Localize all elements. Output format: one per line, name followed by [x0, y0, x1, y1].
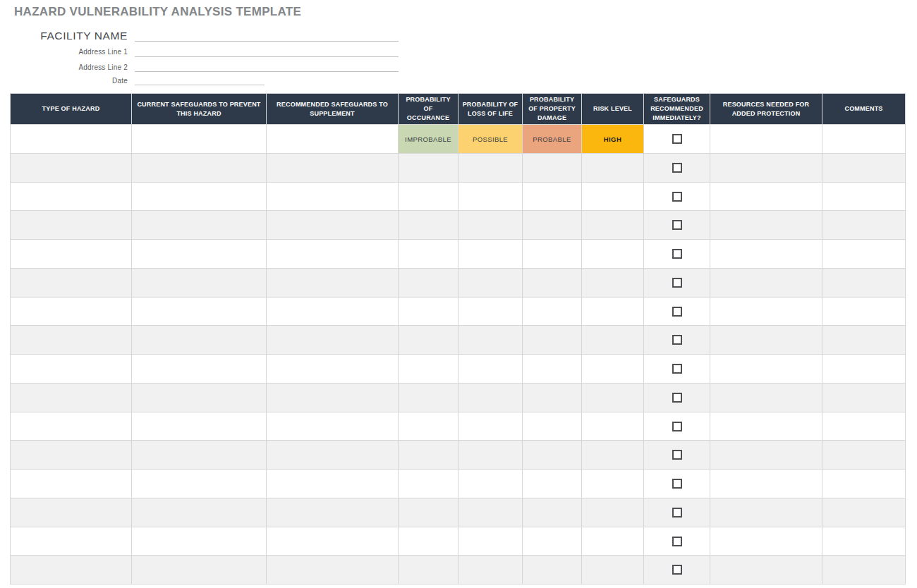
cell-probability-of-occurance[interactable]: [399, 211, 458, 240]
cell-probability-of-loss-of-life[interactable]: [458, 527, 523, 556]
cell-comments[interactable]: [822, 498, 906, 527]
cell-safeguards-recommended-immediately[interactable]: [644, 240, 710, 269]
cell-current-safeguards[interactable]: [132, 125, 267, 154]
cell-current-safeguards[interactable]: [132, 498, 267, 527]
cell-type-of-hazard[interactable]: [11, 412, 132, 441]
cell-type-of-hazard[interactable]: [11, 153, 132, 182]
cell-probability-of-property-damage[interactable]: [523, 211, 582, 240]
cell-safeguards-recommended-immediately[interactable]: [644, 527, 710, 556]
cell-probability-of-occurance[interactable]: [399, 383, 458, 412]
cell-comments[interactable]: [822, 470, 906, 498]
cell-probability-of-occurance[interactable]: [399, 355, 458, 384]
cell-comments[interactable]: [822, 556, 906, 584]
cell-probability-of-loss-of-life[interactable]: [458, 498, 523, 527]
cell-safeguards-recommended-immediately[interactable]: [644, 125, 710, 154]
cell-current-safeguards[interactable]: [132, 527, 267, 556]
cell-current-safeguards[interactable]: [132, 556, 267, 584]
cell-probability-of-property-damage[interactable]: [523, 412, 582, 441]
cell-risk-level[interactable]: [582, 470, 644, 498]
safeguards-checkbox[interactable]: [672, 479, 682, 489]
cell-risk-level[interactable]: [582, 297, 644, 326]
cell-risk-level[interactable]: [582, 240, 644, 269]
cell-type-of-hazard[interactable]: [11, 125, 132, 154]
cell-resources-needed[interactable]: [710, 211, 822, 240]
cell-type-of-hazard[interactable]: [11, 470, 132, 498]
cell-probability-of-property-damage[interactable]: [523, 297, 582, 326]
cell-current-safeguards[interactable]: [132, 182, 267, 211]
safeguards-checkbox[interactable]: [672, 134, 682, 144]
address-line-1-input[interactable]: [135, 56, 399, 57]
cell-probability-of-loss-of-life[interactable]: [458, 383, 523, 412]
cell-comments[interactable]: [822, 383, 906, 412]
cell-current-safeguards[interactable]: [132, 470, 267, 498]
cell-probability-of-loss-of-life[interactable]: [458, 556, 523, 584]
cell-safeguards-recommended-immediately[interactable]: [644, 211, 710, 240]
cell-safeguards-recommended-immediately[interactable]: [644, 297, 710, 326]
cell-probability-of-property-damage[interactable]: [523, 240, 582, 269]
cell-resources-needed[interactable]: [710, 326, 822, 355]
safeguards-checkbox[interactable]: [672, 220, 682, 230]
cell-probability-of-loss-of-life[interactable]: [458, 182, 523, 211]
cell-recommended-safeguards[interactable]: [267, 498, 399, 527]
cell-comments[interactable]: [822, 240, 906, 269]
cell-risk-level[interactable]: [582, 153, 644, 182]
cell-probability-of-occurance[interactable]: [399, 498, 458, 527]
cell-current-safeguards[interactable]: [132, 383, 267, 412]
cell-resources-needed[interactable]: [710, 355, 822, 384]
cell-probability-of-property-damage[interactable]: [523, 498, 582, 527]
cell-type-of-hazard[interactable]: [11, 383, 132, 412]
cell-risk-level[interactable]: [582, 498, 644, 527]
cell-recommended-safeguards[interactable]: [267, 441, 399, 470]
cell-current-safeguards[interactable]: [132, 268, 267, 297]
cell-probability-of-loss-of-life[interactable]: [458, 211, 523, 240]
cell-type-of-hazard[interactable]: [11, 441, 132, 470]
cell-type-of-hazard[interactable]: [11, 355, 132, 384]
cell-probability-of-property-damage[interactable]: [523, 441, 582, 470]
cell-probability-of-loss-of-life[interactable]: [458, 412, 523, 441]
cell-resources-needed[interactable]: [710, 268, 822, 297]
cell-risk-level[interactable]: [582, 326, 644, 355]
cell-recommended-safeguards[interactable]: [267, 355, 399, 384]
cell-probability-of-loss-of-life[interactable]: [458, 268, 523, 297]
cell-safeguards-recommended-immediately[interactable]: [644, 470, 710, 498]
cell-safeguards-recommended-immediately[interactable]: [644, 268, 710, 297]
cell-type-of-hazard[interactable]: [11, 211, 132, 240]
cell-recommended-safeguards[interactable]: [267, 211, 399, 240]
status-cell-probability-of-occurance[interactable]: IMPROBABLE: [399, 125, 458, 154]
cell-comments[interactable]: [822, 355, 906, 384]
cell-safeguards-recommended-immediately[interactable]: [644, 355, 710, 384]
cell-probability-of-property-damage[interactable]: [523, 527, 582, 556]
cell-probability-of-occurance[interactable]: [399, 441, 458, 470]
cell-type-of-hazard[interactable]: [11, 268, 132, 297]
cell-risk-level[interactable]: [582, 182, 644, 211]
cell-risk-level[interactable]: [582, 211, 644, 240]
cell-resources-needed[interactable]: [710, 297, 822, 326]
cell-probability-of-property-damage[interactable]: [523, 383, 582, 412]
cell-type-of-hazard[interactable]: [11, 326, 132, 355]
cell-risk-level[interactable]: [582, 383, 644, 412]
safeguards-checkbox[interactable]: [672, 364, 682, 374]
cell-recommended-safeguards[interactable]: [267, 182, 399, 211]
cell-comments[interactable]: [822, 125, 906, 154]
cell-comments[interactable]: [822, 182, 906, 211]
cell-current-safeguards[interactable]: [132, 412, 267, 441]
cell-current-safeguards[interactable]: [132, 326, 267, 355]
cell-probability-of-loss-of-life[interactable]: [458, 326, 523, 355]
status-cell-risk-level[interactable]: HIGH: [582, 125, 644, 154]
cell-recommended-safeguards[interactable]: [267, 297, 399, 326]
cell-probability-of-occurance[interactable]: [399, 297, 458, 326]
cell-recommended-safeguards[interactable]: [267, 383, 399, 412]
cell-comments[interactable]: [822, 268, 906, 297]
safeguards-checkbox[interactable]: [672, 278, 682, 288]
cell-probability-of-property-damage[interactable]: [523, 556, 582, 584]
cell-probability-of-occurance[interactable]: [399, 470, 458, 498]
cell-probability-of-occurance[interactable]: [399, 182, 458, 211]
cell-recommended-safeguards[interactable]: [267, 556, 399, 584]
cell-recommended-safeguards[interactable]: [267, 527, 399, 556]
cell-safeguards-recommended-immediately[interactable]: [644, 383, 710, 412]
cell-resources-needed[interactable]: [710, 125, 822, 154]
cell-safeguards-recommended-immediately[interactable]: [644, 498, 710, 527]
cell-resources-needed[interactable]: [710, 470, 822, 498]
cell-resources-needed[interactable]: [710, 441, 822, 470]
cell-probability-of-property-damage[interactable]: [523, 182, 582, 211]
